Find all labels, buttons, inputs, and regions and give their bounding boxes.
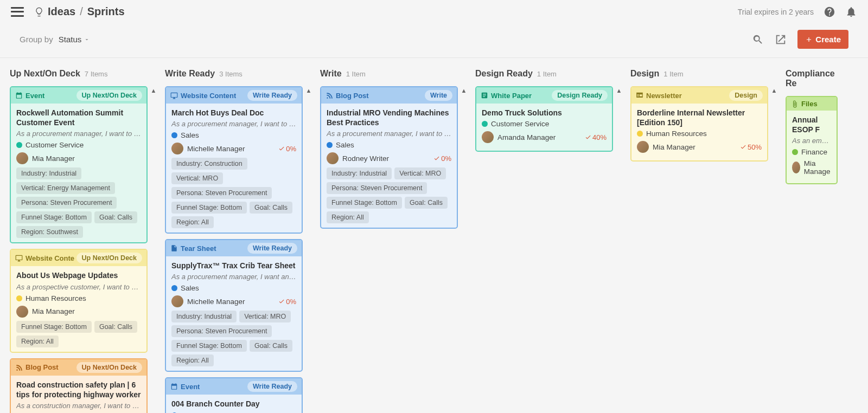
column-body[interactable]: Newsletter Design Borderline Internal Ne…: [630, 86, 770, 162]
card[interactable]: Newsletter Design Borderline Internal Ne…: [630, 86, 768, 162]
column: Write Ready3 Items Website Content Write…: [165, 69, 305, 413]
column-body[interactable]: Blog Post Write Industrial MRO Vending M…: [320, 86, 460, 229]
card[interactable]: Blog Post Write Industrial MRO Vending M…: [320, 86, 458, 229]
card[interactable]: Event Write Ready 004 Branch Counter Day…: [165, 377, 303, 413]
menu-icon[interactable]: [11, 7, 24, 17]
column: Design Ready1 Item White Paper Design Re…: [475, 69, 615, 413]
card-title: Road construction safety plan | 6 tips f…: [16, 380, 141, 399]
groupby-select[interactable]: Status: [59, 35, 91, 44]
breadcrumb-root[interactable]: Ideas: [48, 5, 75, 18]
create-label: Create: [815, 35, 841, 44]
card-head: Website Content Write Ready: [166, 87, 302, 104]
card-tags: Industry: IndustrialVertical: Energy Man…: [11, 167, 146, 238]
tag[interactable]: Vertical: MRO: [239, 311, 291, 322]
tag[interactable]: Industry: Construction: [171, 158, 247, 170]
tag[interactable]: Funnel Stage: Bottom: [16, 321, 92, 333]
tag[interactable]: Region: All: [327, 211, 369, 223]
card-status: Write Ready: [247, 90, 297, 101]
tag[interactable]: Industry: Industrial: [16, 167, 81, 179]
card-assignee: Mia Manager: [16, 306, 141, 318]
card-desc: As a construction manager, I want to kno…: [16, 402, 141, 410]
tag[interactable]: Goal: Calls: [94, 211, 137, 223]
card-type: Website Content: [170, 92, 236, 100]
scroll-up-icon[interactable]: ▲: [460, 87, 468, 94]
card-assignee: Michelle Manager0%: [171, 295, 296, 307]
card-title: About Us Webpage Updates: [16, 270, 141, 280]
column-title: Compliance Re: [786, 69, 835, 88]
card-dept: Finance: [792, 148, 831, 156]
column: Compliance Re Files Annual ESOP FAs an e…: [786, 69, 840, 413]
tag[interactable]: Persona: Steven Procurement: [16, 197, 117, 209]
card[interactable]: Tear Sheet Write Ready SupplyTrax™ Trax …: [165, 239, 303, 372]
card-dept: Human Resources: [16, 294, 141, 302]
card-title: SupplyTrax™ Trax Crib Tear Sheet: [171, 261, 296, 270]
tag[interactable]: Industry: Industrial: [171, 311, 237, 322]
column-body[interactable]: Event Up Next/On Deck Rockwell Automatio…: [10, 86, 150, 413]
column-count: 1 Item: [537, 70, 557, 78]
card-dept: Customer Service: [16, 141, 141, 149]
card-status: Write Ready: [247, 243, 297, 254]
tag[interactable]: Goal: Calls: [94, 321, 137, 333]
tag[interactable]: Vertical: MRO: [171, 172, 223, 184]
card-assignee: Mia Manager: [16, 152, 141, 164]
tag[interactable]: Funnel Stage: Bottom: [16, 211, 92, 223]
tag[interactable]: Region: All: [16, 335, 59, 347]
column-body[interactable]: Files Annual ESOP FAs an employee-oFinan…: [786, 96, 840, 184]
card[interactable]: Website Content Write Ready March Hot Bu…: [165, 86, 303, 234]
card-head: White Paper Design Ready: [476, 87, 612, 104]
card[interactable]: Event Up Next/On Deck Rockwell Automatio…: [10, 86, 148, 243]
avatar: [482, 131, 494, 143]
card-status: Design Ready: [552, 90, 608, 101]
card-head: Tear Sheet Write Ready: [166, 240, 302, 256]
tag[interactable]: Region: Southwest: [16, 226, 83, 238]
tag[interactable]: Vertical: Energy Management: [16, 182, 115, 194]
tag[interactable]: Funnel Stage: Bottom: [171, 340, 247, 352]
card-status: Up Next/On Deck: [76, 253, 142, 263]
bell-icon[interactable]: [845, 6, 857, 18]
card-assignee: Michelle Manager0%: [171, 143, 296, 154]
create-button[interactable]: Create: [797, 30, 848, 49]
breadcrumb: Ideas / Sprints: [48, 5, 125, 18]
tag[interactable]: Vertical: MRO: [394, 167, 446, 179]
card-head: Blog Post Up Next/On Deck: [11, 359, 146, 376]
card-title: March Hot Buys Deal Doc: [171, 108, 296, 118]
tag[interactable]: Region: All: [171, 354, 214, 366]
card-type: Website Conte…: [15, 254, 74, 262]
scroll-up-icon[interactable]: ▲: [305, 87, 312, 94]
card[interactable]: Website Conte… Up Next/On Deck About Us …: [10, 249, 148, 352]
groupby-value-text: Status: [59, 35, 82, 44]
card-desc: As a procurement manager, I want an easi…: [171, 273, 296, 281]
tag[interactable]: Industry: Industrial: [327, 167, 392, 179]
breadcrumb-leaf[interactable]: Sprints: [87, 5, 125, 18]
card[interactable]: Files Annual ESOP FAs an employee-oFinan…: [786, 96, 838, 184]
tag[interactable]: Goal: Calls: [405, 197, 448, 209]
card-tags: Industry: IndustrialVertical: MROPersona…: [166, 311, 302, 366]
tag[interactable]: Funnel Stage: Bottom: [171, 202, 247, 214]
share-icon[interactable]: [775, 34, 787, 46]
card[interactable]: Blog Post Up Next/On Deck Road construct…: [10, 358, 148, 413]
tag[interactable]: Region: All: [171, 216, 214, 228]
chevron-down-icon: [84, 36, 90, 43]
tag[interactable]: Persona: Steven Procurement: [171, 187, 272, 199]
tag[interactable]: Persona: Steven Procurement: [327, 182, 427, 194]
scroll-up-icon[interactable]: ▲: [150, 87, 157, 94]
groupby-label: Group by: [20, 35, 53, 44]
card-dept: Sales: [327, 141, 451, 149]
scroll-up-icon[interactable]: ▲: [770, 87, 778, 94]
column-count: 1 Item: [663, 70, 683, 78]
search-icon[interactable]: [752, 34, 764, 46]
topbar: Ideas / Sprints Trial expires in 2 years: [0, 0, 868, 23]
tag[interactable]: Goal: Calls: [250, 340, 292, 352]
card-desc: As a procurement manager, I want to maxi…: [327, 130, 451, 138]
tag[interactable]: Funnel Stage: Bottom: [327, 197, 402, 209]
column-body[interactable]: Website Content Write Ready March Hot Bu…: [165, 86, 305, 413]
column-body[interactable]: White Paper Design Ready Demo Truck Solu…: [475, 86, 615, 152]
card-type: Blog Post: [326, 92, 369, 100]
tag[interactable]: Persona: Steven Procurement: [171, 325, 272, 337]
card[interactable]: White Paper Design Ready Demo Truck Solu…: [475, 86, 613, 152]
card-head: Website Conte… Up Next/On Deck: [11, 250, 146, 266]
scroll-up-icon[interactable]: ▲: [615, 87, 623, 94]
plus-icon: [805, 36, 813, 43]
tag[interactable]: Goal: Calls: [250, 202, 292, 214]
help-icon[interactable]: [824, 6, 835, 18]
